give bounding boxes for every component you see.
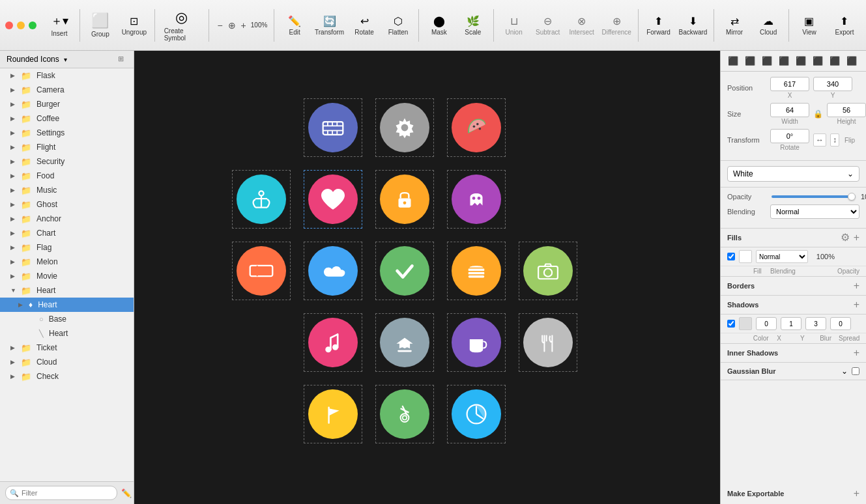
sidebar-item-flight[interactable]: ▶📁Flight xyxy=(0,140,134,154)
edit-icon[interactable]: ✏️ xyxy=(121,488,132,498)
sidebar-item-heart-base[interactable]: ○Base xyxy=(0,312,134,326)
canvas-area[interactable] xyxy=(134,51,720,504)
icon-cell-0-3[interactable] xyxy=(447,98,506,157)
distribute-h-btn[interactable]: ⬛ xyxy=(828,55,842,67)
icon-cell-4-2[interactable] xyxy=(375,385,434,443)
fill-color-swatch[interactable] xyxy=(739,250,752,263)
shadow-color-swatch[interactable] xyxy=(739,317,752,330)
sidebar-item-movie[interactable]: ▶📁Movie xyxy=(0,269,134,283)
icon-cell-4-3[interactable] xyxy=(447,385,506,443)
blending-select[interactable]: Normal xyxy=(770,204,859,219)
sidebar-item-melon[interactable]: ▶📁Melon xyxy=(0,255,134,269)
position-y-input[interactable] xyxy=(813,77,852,91)
gaussian-blur-checkbox[interactable] xyxy=(852,367,859,375)
ungroup-button[interactable]: ⊡ Ungroup xyxy=(118,12,151,38)
icon-cell-1-3[interactable] xyxy=(447,170,506,229)
shadow-x-input[interactable] xyxy=(756,317,777,330)
minimize-button[interactable] xyxy=(17,21,25,29)
icon-cell-0-1[interactable] xyxy=(304,98,362,157)
zoom-plus-button[interactable]: + xyxy=(239,20,248,31)
icon-cell-2-2[interactable] xyxy=(375,242,434,300)
subtract-button[interactable]: ⊖ Subtract xyxy=(532,12,564,38)
align-center-v-btn[interactable]: ⬛ xyxy=(794,55,808,67)
mask-button[interactable]: ⬤ Mask xyxy=(423,12,455,38)
sidebar-item-heart[interactable]: ▼📁Heart xyxy=(0,283,134,298)
sidebar-item-food[interactable]: ▶📁Food xyxy=(0,169,134,183)
color-selector[interactable]: White ⌄ xyxy=(727,166,859,182)
fill-checkbox[interactable] xyxy=(727,253,735,260)
shadow-spread-input[interactable] xyxy=(830,317,851,330)
sidebar-item-check[interactable]: ▶📁Check xyxy=(0,369,134,384)
rotate-button[interactable]: ↩ Rotate xyxy=(348,12,381,38)
fills-add-button[interactable]: + xyxy=(854,232,859,243)
sidebar-item-ghost[interactable]: ▶📁Ghost xyxy=(0,197,134,212)
icon-cell-3-3[interactable] xyxy=(447,313,506,372)
align-left-btn[interactable]: ⬛ xyxy=(726,55,740,67)
flatten-button[interactable]: ⬡ Flatten xyxy=(382,12,414,38)
icon-cell-2-4[interactable] xyxy=(519,242,577,300)
insert-button[interactable]: ＋▾ Insert xyxy=(43,10,76,40)
icon-cell-4-1[interactable] xyxy=(304,385,362,443)
align-top-btn[interactable]: ⬛ xyxy=(777,55,791,67)
icon-cell-2-0[interactable] xyxy=(232,242,291,300)
mirror-button[interactable]: ⇄ Mirror xyxy=(718,12,751,38)
sidebar-item-security[interactable]: ▶📁Security xyxy=(0,154,134,169)
sidebar-item-chart[interactable]: ▶📁Chart xyxy=(0,226,134,240)
close-button[interactable] xyxy=(5,21,13,29)
size-width-input[interactable] xyxy=(770,103,809,117)
scale-button[interactable]: 🌿 Scale xyxy=(457,12,489,38)
borders-add-button[interactable]: + xyxy=(854,281,859,291)
icon-cell-1-2[interactable] xyxy=(375,170,434,229)
sidebar-item-flag[interactable]: ▶📁Flag xyxy=(0,240,134,255)
shadows-add-button[interactable]: + xyxy=(854,300,859,310)
icon-cell-2-1[interactable] xyxy=(304,242,362,300)
union-button[interactable]: ⊔ Union xyxy=(498,12,530,38)
zoom-minus-button[interactable]: − xyxy=(215,20,224,31)
opacity-slider[interactable] xyxy=(772,195,856,198)
sidebar-item-cloud[interactable]: ▶📁Cloud xyxy=(0,355,134,369)
position-x-input[interactable] xyxy=(770,77,809,91)
intersect-button[interactable]: ⊗ Intersect xyxy=(566,12,598,38)
icon-cell-1-1[interactable] xyxy=(304,170,362,229)
flip-h-button[interactable]: ↔ xyxy=(813,133,826,147)
icon-cell-3-4[interactable] xyxy=(519,313,577,372)
fills-gear-icon[interactable]: ⚙ xyxy=(841,232,850,243)
sidebar-item-coffee[interactable]: ▶📁Coffee xyxy=(0,111,134,126)
fill-blending-select[interactable]: Normal xyxy=(756,250,808,263)
distribute-v-btn[interactable]: ⬛ xyxy=(844,55,859,67)
sidebar-item-camera[interactable]: ▶📁Camera xyxy=(0,83,134,97)
align-right-btn[interactable]: ⬛ xyxy=(760,55,774,67)
group-button[interactable]: ⬜ Group xyxy=(84,10,117,40)
gaussian-blur-chevron-icon[interactable]: ⌄ xyxy=(841,367,848,376)
sidebar-item-heart-symbol[interactable]: ▶♦Heart xyxy=(0,298,134,312)
make-exportable-add-button[interactable]: + xyxy=(854,488,859,499)
shadow-blur-input[interactable] xyxy=(805,317,826,330)
edit-button[interactable]: ✏️ Edit xyxy=(278,12,311,38)
lock-icon[interactable]: 🔒 xyxy=(813,109,823,119)
sidebar-header-title[interactable]: Rounded Icons xyxy=(7,55,67,64)
icon-cell-0-2[interactable] xyxy=(375,98,434,157)
shadow-y-input[interactable] xyxy=(781,317,801,330)
inner-shadows-add-button[interactable]: + xyxy=(854,348,859,358)
sidebar-item-heart-shape[interactable]: ╲Heart xyxy=(0,326,134,341)
sidebar-item-burger[interactable]: ▶📁Burger xyxy=(0,97,134,111)
icon-cell-2-3[interactable] xyxy=(447,242,506,300)
sidebar-item-anchor[interactable]: ▶📁Anchor xyxy=(0,212,134,226)
cloud-button[interactable]: ☁ Cloud xyxy=(752,12,785,38)
create-symbol-button[interactable]: ◎ Create Symbol xyxy=(159,7,205,44)
difference-button[interactable]: ⊕ Difference xyxy=(599,12,634,38)
transform-button[interactable]: 🔄 Transform xyxy=(312,12,347,38)
transform-rotate-input[interactable] xyxy=(770,129,809,143)
sidebar-page-icon[interactable]: ⊞ xyxy=(118,55,127,64)
backward-button[interactable]: ⬇ Backward xyxy=(676,12,710,38)
shadow-checkbox[interactable] xyxy=(727,320,735,328)
align-center-h-btn[interactable]: ⬛ xyxy=(743,55,757,67)
sidebar-item-music[interactable]: ▶📁Music xyxy=(0,183,134,197)
export-button[interactable]: ⬆ Export xyxy=(828,12,861,38)
flip-v-button[interactable]: ↕ xyxy=(830,133,839,147)
icon-cell-3-2[interactable] xyxy=(375,313,434,372)
filter-input[interactable] xyxy=(5,486,117,500)
zoom-fit-button[interactable]: ⊕ xyxy=(226,20,238,31)
sidebar-item-flask[interactable]: ▶📁Flask xyxy=(0,68,134,83)
icon-cell-1-0[interactable] xyxy=(232,170,291,229)
